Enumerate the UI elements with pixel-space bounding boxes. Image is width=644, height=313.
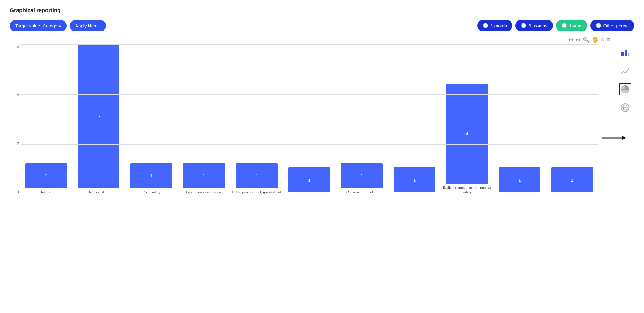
bar-blank4: 1 bbox=[551, 167, 593, 192]
y-label-2: 2 bbox=[17, 142, 19, 146]
period-1month-label: 1 month bbox=[490, 23, 507, 28]
clock-icon-1year: 🕐 bbox=[561, 23, 567, 28]
period-1year-label: 1 year bbox=[569, 23, 582, 28]
clock-icon-other: 🕐 bbox=[596, 23, 602, 28]
home-icon[interactable]: ⌂ bbox=[601, 37, 604, 43]
svg-rect-2 bbox=[628, 53, 629, 56]
period-6months-button[interactable]: 🕐 6 months bbox=[515, 20, 553, 31]
svg-rect-1 bbox=[625, 50, 627, 56]
period-other-button[interactable]: 🕐 Other period bbox=[590, 20, 634, 31]
bar-label-roadsafety: Road safety bbox=[142, 190, 160, 194]
menu-icon[interactable]: ≡ bbox=[607, 37, 610, 43]
bar-label-labourlaw: Labour law environment bbox=[186, 190, 222, 194]
chart-side bbox=[616, 44, 634, 203]
bar-group-taxlaw: 1 Tax law bbox=[21, 44, 72, 194]
chart-toolbar: ⊕ ⊖ 🔍 🖐 ⌂ ≡ bbox=[10, 36, 634, 43]
toolbar: Target value: Category Apply filter + 🕐 … bbox=[10, 20, 634, 31]
clock-icon-1month: 🕐 bbox=[483, 23, 489, 28]
svg-rect-0 bbox=[621, 52, 624, 56]
y-label-4: 4 bbox=[17, 93, 19, 97]
period-group: 🕐 1 month 🕐 6 months 🕐 1 year 🕐 Other pe… bbox=[477, 20, 634, 31]
y-label-0: 0 bbox=[17, 190, 19, 194]
search-icon[interactable]: 🔍 bbox=[583, 36, 589, 43]
line-chart-icon[interactable] bbox=[619, 65, 631, 77]
bar-group-procurement: 1 Public procurement, grants & aid bbox=[231, 44, 282, 194]
bar-notspecified: 6 bbox=[78, 44, 120, 188]
bar-chart-icon[interactable] bbox=[619, 47, 631, 59]
bar-roadsafety: 1 bbox=[130, 163, 172, 188]
bar-label-procurement: Public procurement, grants & aid bbox=[232, 190, 281, 194]
pan-icon[interactable]: 🖐 bbox=[592, 36, 599, 43]
target-value-button[interactable]: Target value: Category bbox=[10, 20, 67, 31]
chart-area: 6 4 2 0 bbox=[10, 44, 634, 203]
bar-group-blank2: 1 bbox=[389, 44, 440, 194]
bar-label-notspecified: Not specified bbox=[89, 190, 108, 194]
period-6months-label: 6 months bbox=[529, 23, 547, 28]
bar-label-taxlaw: Tax law bbox=[41, 190, 52, 194]
zoom-in-icon[interactable]: ⊕ bbox=[569, 36, 573, 43]
bar-blank1: 1 bbox=[288, 167, 330, 192]
bar-group-labourlaw: 1 Labour law environment bbox=[179, 44, 229, 194]
bar-label-consumer: Consumer protection bbox=[346, 190, 377, 194]
bar-consumer: 1 bbox=[341, 163, 383, 188]
bars-row: 1 Tax law 6 Not specified 1 bbox=[21, 44, 598, 203]
period-1month-button[interactable]: 🕐 1 month bbox=[477, 20, 512, 31]
bar-group-radiation: 4 Radiation protection and nuclear safet… bbox=[442, 44, 493, 194]
bar-labourlaw: 1 bbox=[183, 163, 225, 188]
chart-main: 6 4 2 0 bbox=[10, 44, 616, 203]
bar-group-consumer: 1 Consumer protection bbox=[336, 44, 387, 194]
bar-group-notspecified: 6 Not specified bbox=[73, 44, 124, 194]
period-other-label: Other period bbox=[603, 23, 629, 28]
pie-chart-icon[interactable] bbox=[619, 83, 631, 95]
bar-group-blank1: 1 bbox=[284, 44, 335, 194]
zoom-out-icon[interactable]: ⊖ bbox=[576, 36, 580, 43]
bar-radiation: 4 bbox=[446, 84, 488, 184]
bars-container: 1 Tax law 6 Not specified 1 bbox=[21, 44, 598, 203]
bar-procurement: 1 bbox=[236, 163, 278, 188]
y-label-6: 6 bbox=[17, 44, 19, 49]
bar-label-radiation: Radiation protection and nuclear safety bbox=[442, 185, 493, 194]
bar-blank2: 1 bbox=[394, 167, 435, 192]
apply-filter-button[interactable]: Apply filter + bbox=[70, 20, 106, 31]
page-title: Graphical reporting bbox=[10, 7, 634, 14]
bar-taxlaw: 1 bbox=[25, 163, 67, 188]
period-1year-button[interactable]: 🕐 1 year bbox=[556, 20, 587, 31]
bar-chart-container: 6 4 2 0 bbox=[10, 44, 598, 203]
bar-group-blank4: 1 bbox=[547, 44, 598, 194]
clock-icon-6months: 🕐 bbox=[521, 23, 527, 28]
bar-group-blank3: 1 bbox=[494, 44, 545, 194]
bar-blank3: 1 bbox=[499, 167, 541, 192]
page: Graphical reporting Target value: Catego… bbox=[0, 0, 644, 210]
bar-group-roadsafety: 1 Road safety bbox=[126, 44, 177, 194]
globe-icon[interactable] bbox=[619, 102, 631, 114]
